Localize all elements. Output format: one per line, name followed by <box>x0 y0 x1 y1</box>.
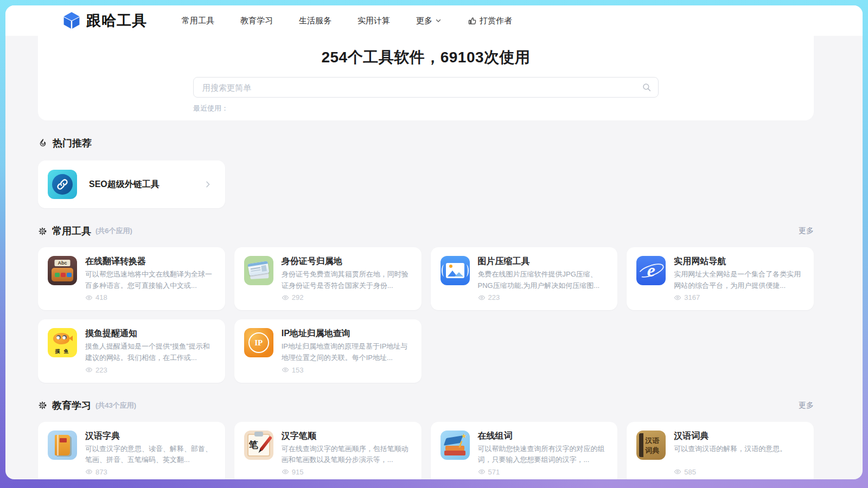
chevron-down-icon <box>435 17 442 24</box>
tool-title: 图片压缩工具 <box>478 256 608 266</box>
eye-icon <box>674 294 681 301</box>
nav-item-education[interactable]: 教育学习 <box>240 16 273 26</box>
eye-icon <box>85 366 93 374</box>
tool-grid-common-row1: Abc 在线翻译转换器 可以帮您迅速地将中文在线翻译为全球一百多种语言。您可直接… <box>38 247 814 383</box>
book-icon <box>48 431 77 460</box>
clipboard-brush-icon: 笔 <box>244 431 273 460</box>
hot-tool-title: SEO超级外链工具 <box>89 179 159 190</box>
eye-icon <box>85 468 93 476</box>
tool-desc: 摸鱼人提醒通知是一个提供“摸鱼”提示和建议的网站。我们相信，在工作或... <box>85 341 215 363</box>
navbar: 跟哈工具 常用工具 教育学习 生活服务 实用计算 更多 打赏作者 <box>5 5 863 36</box>
nav-item-more[interactable]: 更多 <box>416 16 442 26</box>
tool-views: 153 <box>282 366 412 374</box>
tool-desc: 身份证号免费查询其籍贯所在地，同时验证身份证号是否符合国家关于身份... <box>282 269 412 291</box>
tool-views: 223 <box>478 293 608 301</box>
hot-section-header: 热门推荐 <box>38 137 814 150</box>
eye-icon <box>674 468 681 476</box>
tool-views: 223 <box>85 366 215 374</box>
eye-icon <box>85 294 93 301</box>
tool-desc: IP地址归属地查询的原理是基于IP地址与地理位置之间的关联。每个IP地址... <box>282 341 412 363</box>
tool-views: 915 <box>282 468 412 476</box>
tool-views: 3167 <box>674 293 804 301</box>
section-count: (共43个应用) <box>95 401 136 410</box>
graduation-cap-icon <box>441 431 470 460</box>
tool-title: 实用网站导航 <box>674 256 804 266</box>
tool-card-moyu-reminder[interactable]: 摸 鱼 摸鱼提醒通知 摸鱼人提醒通知是一个提供“摸鱼”提示和建议的网站。我们相信… <box>38 319 225 382</box>
logo-text: 跟哈工具 <box>86 11 147 30</box>
image-compress-icon <box>441 256 470 285</box>
tool-title: IP地址归属地查询 <box>282 328 412 338</box>
tool-card-website-nav[interactable]: e 实用网站导航 实用网址大全网站是一个集合了各类实用网站的综合平台，为用户提供… <box>627 247 814 310</box>
eye-icon <box>478 468 486 476</box>
tool-views: 585 <box>674 468 804 476</box>
logo-cube-icon <box>62 11 81 30</box>
tool-card-id-lookup[interactable]: 身份证号归属地 身份证号免费查询其籍贯所在地，同时验证身份证号是否符合国家关于身… <box>234 247 422 310</box>
tool-title: 摸鱼提醒通知 <box>85 328 215 338</box>
browser-e-icon: e <box>636 256 666 285</box>
nav-item-common-tools[interactable]: 常用工具 <box>182 16 214 26</box>
recent-used-label: 最近使用： <box>193 104 659 113</box>
tool-card-word-builder[interactable]: 在线组词 可以帮助您快速查询所有汉字的对应的组词，只要输入您想要组词的汉字，..… <box>431 422 618 480</box>
tool-grid-education: 汉语字典 可以查汉字的意思、读音、解释、部首、笔画、拼音、五笔编码、英文翻...… <box>38 422 814 480</box>
eye-icon <box>282 468 289 476</box>
more-link-education[interactable]: 更多 <box>799 401 814 410</box>
fish-icon: 摸 鱼 <box>48 328 77 357</box>
hero-section: 254个工具软件，69103次使用 最近使用： <box>38 36 814 120</box>
section-title-hot: 热门推荐 <box>53 137 92 150</box>
tool-views: 292 <box>282 293 412 301</box>
hot-tool-card-seo[interactable]: SEO超级外链工具 <box>38 160 225 208</box>
tool-views: 571 <box>478 468 608 476</box>
tool-card-stroke-order[interactable]: 笔 汉字笔顺 可在线查询汉字的笔画顺序，包括笔顺动画和笔画数以及笔顺分步演示等，… <box>234 422 422 480</box>
logo[interactable]: 跟哈工具 <box>62 11 147 30</box>
tool-card-hanzi-dictionary[interactable]: 汉语字典 可以查汉字的意思、读音、解释、部首、笔画、拼音、五笔编码、英文翻...… <box>38 422 225 480</box>
tool-desc: 免费在线图片压缩软件提供JPG压缩、PNG压缩功能,为用户解决如何压缩图... <box>478 269 608 291</box>
tool-desc: 可在线查询汉字的笔画顺序，包括笔顺动画和笔画数以及笔顺分步演示等，... <box>282 444 412 466</box>
chevron-right-icon <box>203 180 212 189</box>
link-icon <box>48 170 77 199</box>
eye-icon <box>478 294 486 301</box>
tool-card-chinese-dictionary[interactable]: 汉语 词典 汉语词典 可以查询汉语的解释，汉语的意思。 585 <box>627 422 814 480</box>
nav-item-calculators[interactable]: 实用计算 <box>358 16 390 26</box>
tool-title: 身份证号归属地 <box>282 256 412 266</box>
tool-card-image-compress[interactable]: 图片压缩工具 免费在线图片压缩软件提供JPG压缩、PNG压缩功能,为用户解决如何… <box>431 247 618 310</box>
section-header-common-tools: 常用工具 (共6个应用) 更多 <box>38 224 814 237</box>
app-panel: 跟哈工具 常用工具 教育学习 生活服务 实用计算 更多 打赏作者 25 <box>5 5 863 479</box>
section-title: 教育学习 <box>52 399 91 412</box>
tool-card-translator[interactable]: Abc 在线翻译转换器 可以帮您迅速地将中文在线翻译为全球一百多种语言。您可直接… <box>38 247 225 310</box>
eye-icon <box>282 294 289 301</box>
more-link-common-tools[interactable]: 更多 <box>799 226 814 236</box>
tool-title: 汉语词典 <box>674 431 804 441</box>
tool-desc: 可以查汉字的意思、读音、解释、部首、笔画、拼音、五笔编码、英文翻... <box>85 444 215 466</box>
tool-desc: 可以帮您迅速地将中文在线翻译为全球一百多种语言。您可直接输入中文或... <box>85 269 215 291</box>
dictionary-book-icon: 汉语 词典 <box>636 431 666 460</box>
tool-desc: 实用网址大全网站是一个集合了各类实用网站的综合平台，为用户提供便捷... <box>674 269 804 291</box>
id-card-icon <box>244 256 273 285</box>
tool-title: 在线组词 <box>478 431 608 441</box>
main-content: 254个工具软件，69103次使用 最近使用： 热门推荐 SEO超级外链工具 <box>5 36 863 479</box>
nav-item-life-services[interactable]: 生活服务 <box>299 16 331 26</box>
search-icon[interactable] <box>642 82 652 92</box>
donate-button[interactable]: 打赏作者 <box>468 16 512 26</box>
search-input[interactable] <box>193 77 659 98</box>
tool-title: 在线翻译转换器 <box>85 256 215 266</box>
eye-icon <box>282 366 289 374</box>
tool-card-ip-lookup[interactable]: IP IP地址归属地查询 IP地址归属地查询的原理是基于IP地址与地理位置之间的… <box>234 319 422 382</box>
search-box <box>193 77 659 98</box>
tool-title: 汉语字典 <box>85 431 215 441</box>
section-count: (共6个应用) <box>95 226 132 236</box>
gear-icon <box>38 401 47 410</box>
tool-title: 汉字笔顺 <box>282 431 412 441</box>
section-title: 常用工具 <box>52 224 91 237</box>
gear-icon <box>38 227 47 236</box>
tool-views: 873 <box>85 468 215 476</box>
nav-links: 常用工具 教育学习 生活服务 实用计算 更多 打赏作者 <box>182 16 512 26</box>
stats-title: 254个工具软件，69103次使用 <box>38 36 814 68</box>
translator-icon: Abc <box>48 256 77 285</box>
ip-icon: IP <box>244 328 273 357</box>
tool-views: 418 <box>85 293 215 301</box>
thumbs-up-icon <box>468 16 477 25</box>
flame-icon <box>38 138 48 148</box>
tool-desc: 可以查询汉语的解释，汉语的意思。 <box>674 444 804 466</box>
section-header-education: 教育学习 (共43个应用) 更多 <box>38 399 814 412</box>
tool-desc: 可以帮助您快速查询所有汉字的对应的组词，只要输入您想要组词的汉字，... <box>478 444 608 466</box>
